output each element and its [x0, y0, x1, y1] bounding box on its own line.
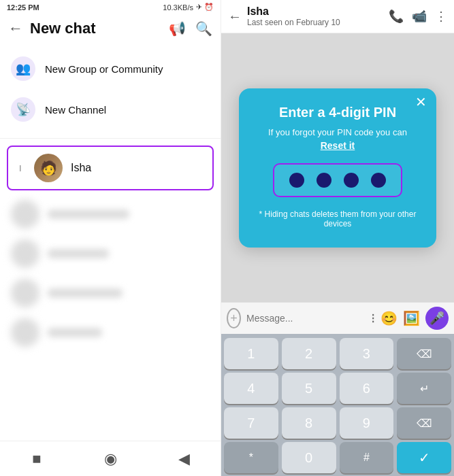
key-1[interactable]: 1 — [224, 338, 278, 369]
pin-dots-container — [273, 163, 402, 197]
pin-dot-1 — [289, 173, 304, 188]
blurred-row-3 — [11, 273, 210, 313]
channel-icon: 📡 — [11, 97, 35, 122]
pin-dialog: ✕ Enter a 4-digit PIN If you forgot your… — [239, 88, 436, 248]
message-action-icons: ⁝ 😊 🖼️ 🎤 — [371, 307, 449, 330]
status-info: 10.3KB/s ✈ ⏰ — [163, 3, 214, 12]
blur-avatar-4 — [11, 318, 39, 347]
key-5[interactable]: 5 — [282, 373, 336, 404]
pin-dot-4 — [371, 173, 386, 188]
key-7[interactable]: 7 — [224, 407, 278, 439]
back-button[interactable]: ← — [8, 20, 23, 37]
key-enter[interactable]: ↵ — [397, 373, 451, 404]
blurred-contacts — [0, 194, 221, 352]
right-header-icons: 📞 📹 ⋮ — [389, 9, 447, 24]
more-icon[interactable]: ⋮ — [435, 9, 447, 24]
blur-text-4 — [48, 328, 102, 337]
key-8[interactable]: 8 — [282, 407, 336, 439]
group-label: New Group or Community — [45, 63, 163, 75]
search-icon[interactable]: 🔍 — [195, 20, 212, 37]
key-row-2: 4 5 6 ↵ — [224, 373, 451, 404]
left-header: ← New chat 📢 🔍 — [0, 14, 221, 43]
right-contact-status: Last seen on February 10 — [247, 18, 383, 27]
key-2[interactable]: 2 — [282, 338, 336, 369]
pin-reset-link[interactable]: Reset it — [321, 140, 355, 151]
colon-icon[interactable]: ⁝ — [371, 310, 375, 326]
contact-item-isha[interactable]: I 🧑 Isha — [7, 146, 214, 190]
bottom-nav: ■ ◉ ◀ — [0, 441, 221, 476]
blur-avatar-2 — [11, 239, 39, 268]
right-panel: ← Isha Last seen on February 10 📞 📹 ⋮ ✕ … — [221, 0, 454, 476]
blur-avatar-1 — [11, 200, 39, 228]
numeric-keyboard: 1 2 3 ⌫ 4 5 6 ↵ 7 8 9 ⌫ * 0 # ✓ — [221, 334, 454, 476]
message-input[interactable] — [246, 313, 366, 324]
nav-back-button[interactable]: ◀ — [172, 447, 196, 471]
broadcast-icon[interactable]: 📢 — [169, 20, 186, 37]
right-header: ← Isha Last seen on February 10 📞 📹 ⋮ — [221, 0, 454, 33]
pin-dot-3 — [344, 173, 359, 188]
key-confirm[interactable]: ✓ — [397, 442, 451, 473]
blur-text-3 — [48, 288, 123, 298]
key-4[interactable]: 4 — [224, 373, 278, 404]
contact-info: Isha Last seen on February 10 — [247, 5, 383, 27]
call-icon[interactable]: 📞 — [389, 9, 404, 24]
menu-list: 👥 New Group or Community 📡 New Channel — [0, 43, 221, 135]
blur-text-2 — [48, 249, 109, 258]
status-bar: 12:25 PM 10.3KB/s ✈ ⏰ — [0, 0, 221, 14]
divider — [0, 138, 221, 139]
key-6[interactable]: 6 — [340, 373, 394, 404]
key-9[interactable]: 9 — [340, 407, 394, 439]
pin-subtitle: If you forgot your PIN code you can — [268, 127, 407, 137]
chat-background: ✕ Enter a 4-digit PIN If you forgot your… — [221, 33, 454, 302]
key-row-3: 7 8 9 ⌫ — [224, 407, 451, 439]
emoji-icon[interactable]: 😊 — [380, 310, 398, 326]
key-delete[interactable]: ⌫ — [397, 407, 451, 439]
message-bar: + ⁝ 😊 🖼️ 🎤 — [221, 302, 454, 334]
pin-close-button[interactable]: ✕ — [415, 95, 427, 109]
pin-note: * Hiding chats deletes them from your ot… — [253, 209, 423, 228]
key-row-1: 1 2 3 ⌫ — [224, 338, 451, 369]
key-0[interactable]: 0 — [282, 442, 336, 473]
key-backspace[interactable]: ⌫ — [397, 338, 451, 369]
status-time: 12:25 PM — [7, 3, 39, 12]
blurred-row-1 — [11, 194, 210, 234]
group-icon: 👥 — [11, 56, 35, 81]
header-actions: 📢 🔍 — [169, 20, 212, 37]
pin-dot-2 — [317, 173, 331, 188]
page-title: New chat — [30, 20, 162, 37]
right-contact-name: Isha — [247, 5, 383, 18]
blurred-row-2 — [11, 234, 210, 273]
blurred-row-4 — [11, 313, 210, 352]
nav-square-button[interactable]: ■ — [25, 447, 49, 471]
key-row-4: * 0 # ✓ — [224, 442, 451, 473]
new-channel-item[interactable]: 📡 New Channel — [0, 89, 221, 130]
mic-button[interactable]: 🎤 — [425, 307, 449, 330]
blur-avatar-3 — [11, 279, 39, 307]
new-group-item[interactable]: 👥 New Group or Community — [0, 48, 221, 89]
left-panel: 12:25 PM 10.3KB/s ✈ ⏰ ← New chat 📢 🔍 👥 N… — [0, 0, 221, 476]
nav-home-button[interactable]: ◉ — [98, 447, 123, 471]
pin-title: Enter a 4-digit PIN — [279, 105, 396, 120]
key-hash[interactable]: # — [340, 442, 394, 473]
add-button[interactable]: + — [227, 308, 241, 328]
avatar: 🧑 — [34, 154, 63, 182]
blur-text-1 — [48, 209, 129, 219]
key-star[interactable]: * — [224, 442, 278, 473]
key-3[interactable]: 3 — [340, 338, 394, 369]
right-back-button[interactable]: ← — [228, 9, 242, 24]
status-data: 10.3KB/s — [163, 3, 193, 12]
status-icons: ✈ ⏰ — [196, 3, 214, 12]
sticker-icon[interactable]: 🖼️ — [403, 310, 420, 326]
contact-name: Isha — [71, 162, 91, 174]
index-letter: I — [19, 163, 26, 173]
channel-label: New Channel — [45, 104, 106, 116]
video-icon[interactable]: 📹 — [412, 9, 427, 24]
